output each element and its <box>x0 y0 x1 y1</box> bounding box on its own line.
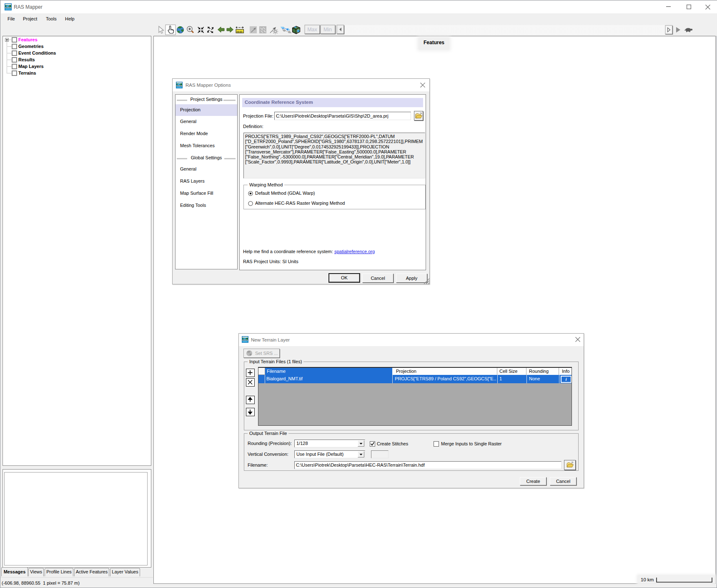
svg-text:Min: Min <box>323 27 332 33</box>
svg-text:Max: Max <box>307 27 317 33</box>
